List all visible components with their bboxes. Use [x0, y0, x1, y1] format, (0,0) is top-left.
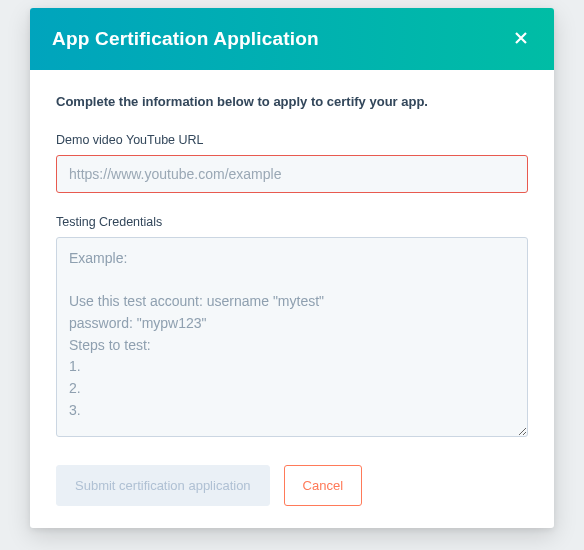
demo-url-input[interactable]: [56, 155, 528, 193]
modal-header: App Certification Application: [30, 8, 554, 70]
modal-title: App Certification Application: [52, 28, 319, 50]
modal-actions: Submit certification application Cancel: [56, 465, 528, 506]
close-icon: [513, 30, 529, 49]
modal-body: Complete the information below to apply …: [30, 70, 554, 528]
cancel-button[interactable]: Cancel: [284, 465, 362, 506]
credentials-textarea[interactable]: [56, 237, 528, 437]
demo-url-label: Demo video YouTube URL: [56, 133, 528, 147]
intro-text: Complete the information below to apply …: [56, 94, 528, 109]
credentials-label: Testing Credentials: [56, 215, 528, 229]
submit-button[interactable]: Submit certification application: [56, 465, 270, 506]
close-button[interactable]: [510, 28, 532, 50]
certification-modal: App Certification Application Complete t…: [30, 8, 554, 528]
